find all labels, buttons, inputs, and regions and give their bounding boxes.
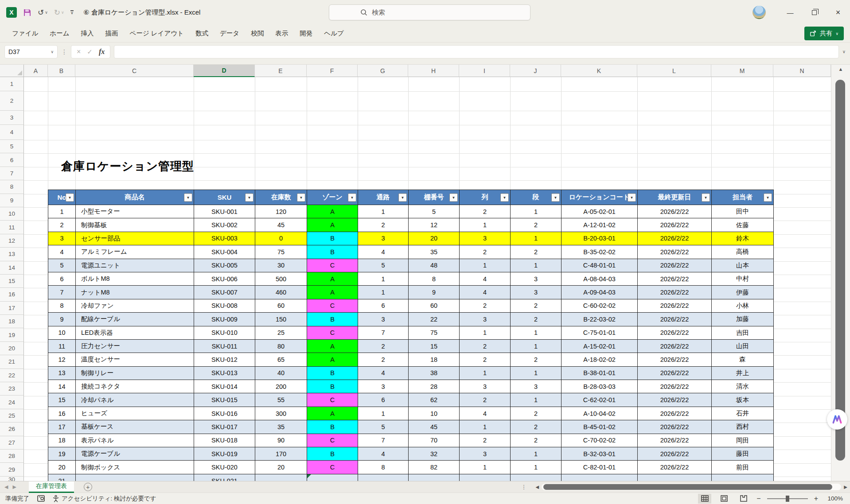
scroll-right-icon[interactable]: ▶ (841, 485, 850, 489)
zoom-in-button[interactable]: + (814, 495, 818, 503)
table-cell[interactable]: 70 (409, 434, 460, 447)
table-cell[interactable]: 2 (460, 393, 511, 407)
table-cell[interactable]: 2 (460, 245, 511, 259)
table-cell[interactable]: 2 (511, 313, 561, 326)
row-header-18[interactable]: 18 (0, 315, 24, 328)
row-header-2[interactable]: 2 (0, 91, 24, 111)
table-header-cell[interactable]: No▼ (48, 190, 76, 205)
table-cell[interactable]: 45 (409, 420, 460, 434)
table-cell[interactable] (561, 474, 638, 481)
table-cell[interactable]: 15 (48, 393, 76, 407)
table-cell[interactable]: 2026/2/22 (638, 245, 712, 259)
table-cell[interactable]: 2026/2/22 (638, 340, 712, 353)
table-cell[interactable]: A-18-02-02 (561, 353, 638, 366)
table-cell[interactable]: 1 (511, 259, 561, 272)
minimize-button[interactable]: — (778, 4, 802, 21)
table-cell[interactable]: 32 (409, 447, 460, 461)
zoom-slider-thumb[interactable] (786, 496, 789, 502)
table-cell[interactable]: 電源ケーブル (76, 447, 194, 461)
table-cell[interactable] (255, 474, 307, 481)
table-cell[interactable]: 2026/2/22 (638, 205, 712, 218)
row-header-26[interactable]: 26 (0, 423, 24, 436)
table-cell[interactable]: 2 (460, 205, 511, 218)
table-cell[interactable]: 配線ケーブル (76, 313, 194, 326)
table-cell[interactable]: 2026/2/22 (638, 272, 712, 286)
table-cell[interactable]: 2 (48, 218, 76, 232)
table-cell[interactable] (638, 474, 712, 481)
table-cell[interactable]: 2026/2/22 (638, 286, 712, 299)
table-cell[interactable]: 90 (255, 434, 307, 447)
table-cell[interactable]: A (307, 272, 358, 286)
row-header-22[interactable]: 22 (0, 369, 24, 382)
table-cell[interactable]: 中村 (712, 272, 774, 286)
row-header-19[interactable]: 19 (0, 328, 24, 341)
copilot-icon[interactable] (827, 409, 847, 430)
table-header-cell[interactable]: 段▼ (511, 190, 561, 205)
row-header-16[interactable]: 16 (0, 288, 24, 301)
table-cell[interactable]: 2026/2/22 (638, 218, 712, 232)
table-cell[interactable]: A-05-02-01 (561, 205, 638, 218)
table-cell[interactable]: 21 (48, 474, 76, 481)
filter-button[interactable]: ▼ (551, 193, 560, 202)
table-cell[interactable]: 3 (358, 232, 409, 245)
table-cell[interactable]: 5 (358, 420, 409, 434)
ribbon-tab[interactable]: 表示 (269, 26, 294, 41)
table-cell[interactable]: 1 (358, 205, 409, 218)
table-cell[interactable]: 3 (460, 380, 511, 393)
table-cell[interactable]: 3 (358, 380, 409, 393)
table-cell[interactable]: 冷却ファン (76, 299, 194, 313)
table-cell[interactable]: 清水 (712, 380, 774, 393)
table-cell[interactable]: LED表示器 (76, 326, 194, 340)
table-cell[interactable]: 19 (48, 447, 76, 461)
table-cell[interactable]: 3 (460, 313, 511, 326)
table-cell[interactable]: 3 (460, 232, 511, 245)
column-header-H[interactable]: H (408, 65, 459, 77)
column-header-K[interactable]: K (561, 65, 637, 77)
table-cell[interactable]: 加藤 (712, 313, 774, 326)
table-cell[interactable]: C (307, 393, 358, 407)
table-cell[interactable]: 2026/2/22 (638, 434, 712, 447)
table-cell[interactable]: 1 (358, 407, 409, 420)
row-header-25[interactable]: 25 (0, 409, 24, 423)
formula-bar-expand-icon[interactable]: ∨ (842, 49, 846, 54)
table-cell[interactable]: 1 (511, 447, 561, 461)
table-cell[interactable]: B (307, 367, 358, 380)
filter-button[interactable]: ▼ (348, 193, 356, 202)
row-header-8[interactable]: 8 (0, 180, 24, 194)
table-cell[interactable]: SKU-021 (194, 474, 255, 481)
table-cell[interactable]: アルミフレーム (76, 245, 194, 259)
table-cell[interactable]: SKU-012 (194, 353, 255, 366)
table-cell[interactable]: 62 (409, 393, 460, 407)
table-cell[interactable]: B-20-03-01 (561, 232, 638, 245)
table-cell[interactable]: A (307, 407, 358, 420)
table-cell[interactable]: 2026/2/22 (638, 393, 712, 407)
table-cell[interactable]: A (307, 353, 358, 366)
row-header-13[interactable]: 13 (0, 248, 24, 261)
table-cell[interactable]: SKU-019 (194, 447, 255, 461)
row-header-3[interactable]: 3 (0, 111, 24, 125)
page-layout-view-button[interactable] (717, 494, 731, 504)
name-box-splitter[interactable]: ⋮ (61, 48, 67, 55)
ribbon-tab[interactable]: ページ レイアウト (124, 26, 190, 41)
table-cell[interactable]: C (307, 299, 358, 313)
table-cell[interactable]: ボルトM8 (76, 272, 194, 286)
table-cell[interactable]: 電源ユニット (76, 259, 194, 272)
row-header-5[interactable]: 5 (0, 140, 24, 153)
table-cell[interactable]: 8 (358, 461, 409, 474)
table-cell[interactable]: 6 (358, 393, 409, 407)
table-cell[interactable]: 5 (48, 259, 76, 272)
table-cell[interactable]: A-08-04-03 (561, 272, 638, 286)
table-cell[interactable]: 4 (48, 245, 76, 259)
table-cell[interactable]: B (307, 420, 358, 434)
table-cell[interactable]: 150 (255, 313, 307, 326)
table-cell[interactable]: 2 (511, 353, 561, 366)
table-cell[interactable]: 48 (409, 259, 460, 272)
table-cell[interactable]: 接続コネクタ (76, 380, 194, 393)
table-cell[interactable]: SKU-005 (194, 259, 255, 272)
ribbon-tab[interactable]: データ (214, 26, 245, 41)
table-cell[interactable]: C-48-01-01 (561, 259, 638, 272)
save-button[interactable] (23, 8, 31, 17)
table-cell[interactable]: 3 (511, 380, 561, 393)
table-cell[interactable]: SKU-009 (194, 313, 255, 326)
ribbon-tab[interactable]: 挿入 (75, 26, 100, 41)
